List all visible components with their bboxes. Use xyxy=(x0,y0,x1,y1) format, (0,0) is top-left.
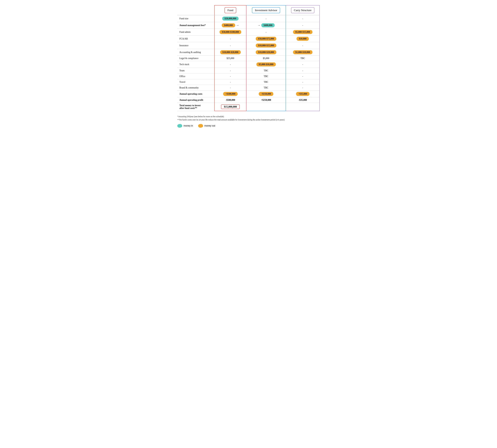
pill-orange-tech-stack-advisor: $5,000-$10,000 xyxy=(256,63,276,66)
arrow-right-fund: → xyxy=(236,24,239,27)
cell-office-advisor: TBC xyxy=(246,74,286,79)
pill-orange-insurance-advisor: $10,000-$15,000 xyxy=(256,44,276,48)
value-op-profit-advisor: +$250,000 xyxy=(261,99,271,101)
table-row-office: Office-TBC- xyxy=(177,74,320,79)
cell-total-invest-fund: $15,000,000 xyxy=(215,103,246,111)
pill-orange-fca-ar-carry: $10,000 xyxy=(296,37,309,41)
value-legal-fund: $25,000 xyxy=(227,57,234,60)
dash-fund-size-carry: - xyxy=(302,17,303,20)
cell-fund-admin-fund: $50,000-$100,000 xyxy=(215,29,246,35)
table-row-travel: Travel-TBC- xyxy=(177,79,320,85)
pill-teal-mgmt-fees-advisor: $400,000 xyxy=(261,23,275,27)
pill-orange-accounting-fund: $10,000-$20,000 xyxy=(220,50,241,54)
cell-fund-admin-carry: $5,000-$15,000 xyxy=(286,29,320,35)
cell-insurance-carry: - xyxy=(286,42,320,49)
value-travel-advisor: TBC xyxy=(264,81,268,83)
cell-team-carry: - xyxy=(286,68,320,74)
money-in-icon xyxy=(177,124,182,128)
footnotes: * Assuming 2%/year (see below for more o… xyxy=(177,115,320,121)
cell-fund-size-advisor: - xyxy=(246,15,286,22)
value-brand-advisor: TBC xyxy=(264,86,268,89)
pill-orange-accounting-carry: $1,000-$10,000 xyxy=(293,50,312,54)
dash-fund-admin-advisor: - xyxy=(265,31,266,33)
cell-mgmt-fees-advisor: →$400,000 xyxy=(246,22,286,29)
pill-orange-mgmt-fees-fund: $400,000 xyxy=(222,23,235,27)
value-office-advisor: TBC xyxy=(264,75,268,78)
cell-team-fund: - xyxy=(215,68,246,74)
legend-money-out: money out xyxy=(198,124,215,128)
cell-office-carry: - xyxy=(286,74,320,79)
table-row-accounting: Accounting & auditing$10,000-$20,000$10,… xyxy=(177,49,320,56)
dash-office-carry: - xyxy=(302,75,303,78)
cell-op-profit-advisor: +$250,000 xyxy=(246,97,286,103)
cell-brand-carry: - xyxy=(286,85,320,91)
cell-op-profit-carry: -$35,000 xyxy=(286,97,320,103)
cell-accounting-fund: $10,000-$20,000 xyxy=(215,49,246,56)
value-op-profit-fund: -$500,000 xyxy=(226,99,235,101)
cell-legal-fund: $25,000 xyxy=(215,56,246,61)
value-total-invest-fund: $15,000,000 xyxy=(221,104,240,109)
pill-orange-accounting-advisor: $10,000-$20,000 xyxy=(256,50,276,54)
cell-fca-ar-advisor: $50,000-$75,000 xyxy=(246,35,286,42)
row-label-op-profit: Annual operating profit xyxy=(177,97,215,103)
cell-legal-advisor: $5,000 xyxy=(246,56,286,61)
cell-total-invest-carry xyxy=(286,103,320,111)
cell-fca-ar-carry: $10,000 xyxy=(286,35,320,42)
cell-legal-carry: TBC xyxy=(286,56,320,61)
value-op-profit-carry: -$35,000 xyxy=(298,99,307,101)
footnote-2: **The fund's costs over its 10-year life… xyxy=(177,118,320,121)
fund-header-label: Fund xyxy=(225,7,236,13)
cell-fund-admin-advisor: - xyxy=(246,29,286,35)
table-row-fca-ar: FCA/AR-$50,000-$75,000$10,000 xyxy=(177,35,320,42)
money-in-label: money in xyxy=(184,124,193,127)
cell-insurance-fund: - xyxy=(215,42,246,49)
cell-fund-size-fund: $20,000,000 xyxy=(215,15,246,22)
dash-team-carry: - xyxy=(302,69,303,72)
cell-team-advisor: TBC xyxy=(246,68,286,74)
cell-tech-stack-carry: - xyxy=(286,61,320,68)
header-row: Fund Investment Advisor Carry Structure xyxy=(177,5,320,15)
money-out-icon xyxy=(198,124,203,128)
cell-op-profit-fund: -$500,000 xyxy=(215,97,246,103)
cell-op-costs-fund: ~$100,000 xyxy=(215,91,246,97)
carry-header-label: Carry Structure xyxy=(291,7,314,13)
footnote-1: * Assuming 2%/year (see below for more o… xyxy=(177,115,320,118)
dash-insurance-carry: - xyxy=(302,44,303,47)
cell-tech-stack-advisor: $5,000-$10,000 xyxy=(246,61,286,68)
cell-fca-ar-fund: - xyxy=(215,35,246,42)
row-label-op-costs: Annual operating costs xyxy=(177,91,215,97)
table-row-team: Team-TBC- xyxy=(177,68,320,74)
arrow-right-advisor: → xyxy=(257,24,261,27)
dash-tech-stack-fund: - xyxy=(230,63,231,66)
dash-brand-fund: - xyxy=(230,86,231,89)
value-legal-carry: TBC xyxy=(300,57,305,60)
table-row-tech-stack: Tech stack-$5,000-$10,000- xyxy=(177,61,320,68)
value-legal-advisor: $5,000 xyxy=(263,57,269,60)
advisor-header-label: Investment Advisor xyxy=(252,7,280,13)
cell-total-invest-advisor xyxy=(246,103,286,111)
cell-travel-carry: - xyxy=(286,79,320,85)
money-out-label: money out xyxy=(204,124,215,127)
comparison-table: Fund Investment Advisor Carry Structure … xyxy=(177,5,320,111)
cell-mgmt-fees-carry: - xyxy=(286,22,320,29)
row-label-brand: Brand & community xyxy=(177,85,215,91)
advisor-column-header: Investment Advisor xyxy=(246,5,286,15)
legend-money-in: money in xyxy=(177,124,193,128)
cell-brand-advisor: TBC xyxy=(246,85,286,91)
row-label-team: Team xyxy=(177,68,215,74)
pill-orange-fund-admin-carry: $5,000-$15,000 xyxy=(293,30,312,34)
dash-mgmt-fees-carry: - xyxy=(302,24,303,27)
value-team-advisor: TBC xyxy=(264,69,268,72)
pill-orange-fca-ar-advisor: $50,000-$75,000 xyxy=(256,37,276,41)
cell-travel-fund: - xyxy=(215,79,246,85)
dash-team-fund: - xyxy=(230,69,231,72)
carry-column-header: Carry Structure xyxy=(286,5,320,15)
dash-insurance-fund: - xyxy=(230,44,231,47)
cell-mgmt-fees-fund: $400,000→ xyxy=(215,22,246,29)
cell-travel-advisor: TBC xyxy=(246,79,286,85)
table-row-total-invest: Total money to investafter fund costs**$… xyxy=(177,103,320,111)
cell-op-costs-advisor: ~$150,000 xyxy=(246,91,286,97)
legend: money in money out xyxy=(177,124,320,128)
row-label-office: Office xyxy=(177,74,215,79)
dash-travel-carry: - xyxy=(302,80,303,83)
